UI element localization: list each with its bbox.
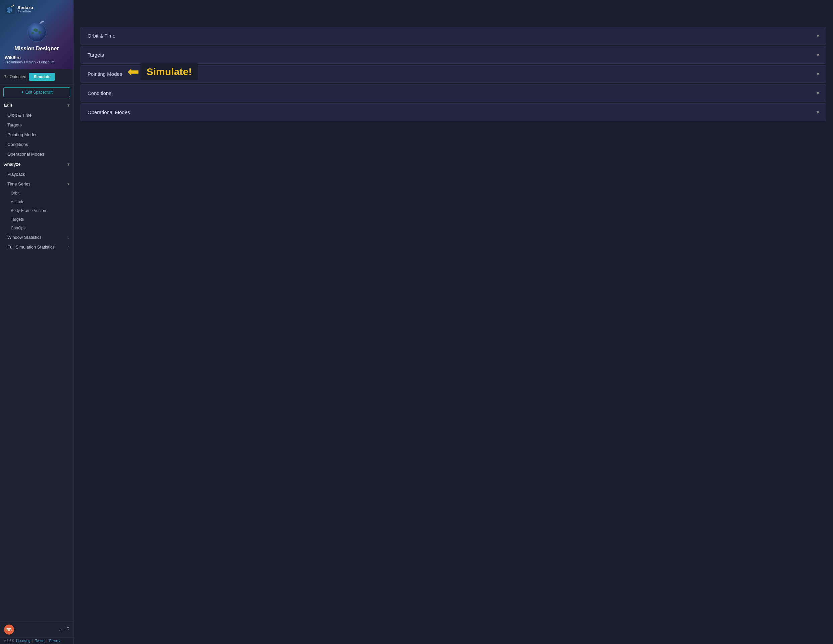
accordion-header-orbit-time[interactable]: Orbit & Time ▾ [81,27,826,44]
sidebar-sub-attitude[interactable]: Attitude [0,198,74,206]
sidebar-header: Sedaro Satellite [0,0,74,69]
edit-section: Edit ▾ Orbit & Time Targets Pointing Mod… [0,100,74,159]
accordion-item-orbit-time: Orbit & Time ▾ [80,27,826,45]
help-icon[interactable]: ? [66,626,69,633]
outdated-button[interactable]: ↻ Outdated [4,74,26,79]
full-sim-stats-chevron: › [68,245,69,250]
sidebar-sub-targets[interactable]: Targets [0,215,74,224]
sidebar-item-window-statistics[interactable]: Window Statistics › [0,232,74,242]
logo-subtitle: Satellite [18,10,33,13]
accordion-chevron-4: ▾ [817,109,819,115]
version-bar: v 1.6.0 Licensing | Terms | Privacy [0,637,74,644]
edit-spacecraft-button[interactable]: ✦ Edit Spacecraft [3,87,70,97]
accordion-header-targets[interactable]: Targets ▾ [81,46,826,63]
accordion: Orbit & Time ▾ Targets ▾ Pointing Modes … [80,27,826,121]
svg-point-6 [13,5,14,6]
sidebar: Sedaro Satellite [0,0,74,644]
analyze-section-chevron: ▾ [68,162,69,167]
accordion-item-pointing-modes: Pointing Modes ▾ [80,65,826,83]
accordion-chevron-2: ▾ [817,71,819,77]
edit-section-label: Edit [4,103,13,108]
sidebar-item-playback[interactable]: Playback [0,169,74,179]
sidebar-sub-body-frame-vectors[interactable]: Body Frame Vectors [0,206,74,215]
project-description: Preliminary Design - Long Sim [5,60,55,64]
svg-point-8 [27,23,46,42]
terms-link[interactable]: Terms [35,639,44,642]
outdated-label: Outdated [10,74,26,79]
sedaro-logo-icon [5,4,15,15]
simulate-bar: ↻ Outdated Simulate [0,69,74,85]
sidebar-item-time-series[interactable]: Time Series ▾ [0,179,74,189]
mission-designer-label: Mission Designer [14,46,59,52]
licensing-link[interactable]: Licensing [16,639,30,642]
sidebar-item-operational-modes[interactable]: Operational Modes [0,149,74,159]
accordion-header-conditions[interactable]: Conditions ▾ [81,85,826,101]
sidebar-item-pointing-modes[interactable]: Pointing Modes [0,130,74,140]
version-number: v 1.6.0 [4,639,14,642]
window-stats-chevron: › [68,235,69,240]
accordion-item-targets: Targets ▾ [80,46,826,64]
refresh-icon: ↻ [4,74,8,79]
analyze-section-label: Analyze [4,162,21,167]
accordion-item-conditions: Conditions ▾ [80,84,826,102]
accordion-chevron-1: ▾ [817,52,819,58]
time-series-chevron: ▾ [68,182,69,187]
sidebar-footer: RR ⌂ ? [0,621,74,637]
accordion-chevron-3: ▾ [817,90,819,96]
sidebar-item-full-simulation-stats[interactable]: Full Simulation Statistics › [0,242,74,252]
sidebar-item-orbit-time[interactable]: Orbit & Time [0,110,74,120]
project-name: Wildfire [5,55,21,60]
edit-section-chevron: ▾ [68,103,69,108]
sidebar-sub-orbit[interactable]: Orbit [0,189,74,198]
accordion-header-pointing-modes[interactable]: Pointing Modes ▾ [81,65,826,82]
analyze-section-header[interactable]: Analyze ▾ [0,159,74,169]
logo-name: Sedaro [18,5,33,10]
logo-area: Sedaro Satellite [5,4,33,15]
accordion-chevron-0: ▾ [817,32,819,39]
sidebar-item-targets[interactable]: Targets [0,120,74,130]
avatar[interactable]: RR [4,625,14,634]
accordion-item-operational-modes: Operational Modes ▾ [80,103,826,121]
logo-text: Sedaro Satellite [18,5,33,13]
privacy-link[interactable]: Privacy [49,639,60,642]
home-icon[interactable]: ⌂ [59,626,63,633]
sidebar-sub-conops[interactable]: ConOps [0,224,74,232]
accordion-header-operational-modes[interactable]: Operational Modes ▾ [81,104,826,121]
footer-icons: ⌂ ? [59,626,69,633]
main-content: ⬅ Simulate! Orbit & Time ▾ Targets ▾ Poi… [74,0,833,644]
svg-rect-0 [5,5,15,14]
edit-section-header[interactable]: Edit ▾ [0,100,74,110]
simulate-button[interactable]: Simulate [29,73,55,81]
analyze-section: Analyze ▾ Playback Time Series ▾ Orbit A… [0,159,74,252]
globe-icon [24,18,50,44]
sidebar-item-conditions[interactable]: Conditions [0,140,74,149]
